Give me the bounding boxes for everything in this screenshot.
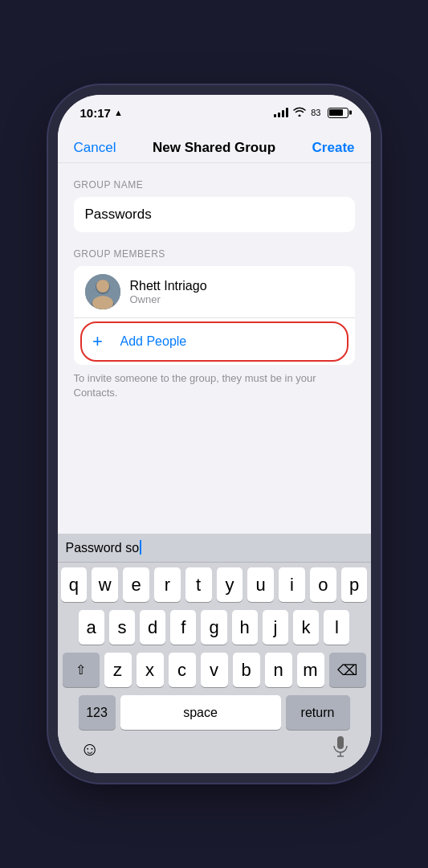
cursor [140,540,141,555]
key-a[interactable]: a [79,610,104,645]
cancel-button[interactable]: Cancel [74,140,116,156]
key-e[interactable]: e [123,567,149,602]
key-b[interactable]: b [233,653,260,687]
group-name-section: GROUP NAME Passwords [58,163,371,232]
bottom-bar: ☺ [58,733,371,773]
time-display: 10:17 [80,106,111,120]
key-i[interactable]: i [279,567,305,602]
key-row-2: a s d f g h j k l [61,610,368,645]
battery-icon [328,108,349,118]
key-q[interactable]: q [61,567,88,602]
key-n[interactable]: n [265,653,292,687]
key-row-1: q w e r t y u i o p [61,567,368,602]
space-button[interactable]: space [120,695,281,730]
emoji-button[interactable]: ☺ [80,738,100,760]
group-members-section: GROUP MEMBERS Rhett Intriago Owner [58,232,371,365]
key-j[interactable]: j [263,610,288,645]
add-people-row[interactable]: + Add People [74,318,355,365]
suggestion-bar: Password so [58,534,371,563]
key-row-3: ⇧ z x c v b n m ⌫ [61,653,368,687]
numeric-button[interactable]: 123 [79,695,116,730]
return-button[interactable]: return [286,695,350,730]
member-row: Rhett Intriago Owner [74,266,355,318]
key-f[interactable]: f [170,610,196,645]
status-bar: 10:17 ▲ 83 [58,95,371,130]
key-u[interactable]: u [247,567,274,602]
key-h[interactable]: h [232,610,258,645]
key-s[interactable]: s [109,610,135,645]
delete-button[interactable]: ⌫ [329,653,366,687]
group-name-input[interactable]: Passwords [74,197,355,232]
key-o[interactable]: o [310,567,336,602]
key-t[interactable]: t [185,567,212,602]
key-k[interactable]: k [293,610,319,645]
key-l[interactable]: l [324,610,349,645]
group-members-label: GROUP MEMBERS [74,248,355,260]
member-role: Owner [130,293,207,305]
wifi-icon [293,107,306,119]
location-arrow-icon: ▲ [114,108,123,117]
create-button[interactable]: Create [312,140,355,156]
keyboard: Password so q w e r t y u i o p a s [58,534,371,773]
nav-bar: Cancel New Shared Group Create [58,130,371,163]
status-right: 83 [274,107,348,119]
member-name: Rhett Intriago [130,279,207,293]
add-icon: + [85,329,111,354]
status-time: 10:17 ▲ [80,106,123,120]
key-x[interactable]: x [137,653,164,687]
plus-icon: + [92,333,103,350]
group-name-label: GROUP NAME [74,179,355,190]
microphone-button[interactable] [332,735,349,763]
key-d[interactable]: d [140,610,165,645]
members-card: Rhett Intriago Owner + Add People [74,266,355,365]
key-z[interactable]: z [104,653,132,687]
key-m[interactable]: m [297,653,324,687]
signal-icon [274,108,288,117]
key-row-4: 123 space return [61,695,368,730]
battery-percent: 83 [311,108,320,117]
key-y[interactable]: y [217,567,243,602]
key-v[interactable]: v [201,653,228,687]
key-w[interactable]: w [92,567,118,602]
key-r[interactable]: r [154,567,181,602]
key-p[interactable]: p [341,567,368,602]
avatar [85,274,120,309]
member-info: Rhett Intriago Owner [130,279,207,305]
key-g[interactable]: g [201,610,226,645]
phone-frame: 10:17 ▲ 83 Cancel [58,95,371,773]
page-title: New Shared Group [153,140,275,156]
keyboard-rows: q w e r t y u i o p a s d f g h j [58,563,371,733]
svg-point-3 [96,280,109,293]
svg-rect-5 [337,736,344,749]
shift-button[interactable]: ⇧ [63,653,100,687]
suggestion-value: Password so [66,541,140,555]
suggestion-text: Password so [66,540,363,555]
add-people-label[interactable]: Add People [120,334,187,349]
hint-text: To invite someone to the group, they mus… [58,365,371,400]
key-c[interactable]: c [169,653,196,687]
